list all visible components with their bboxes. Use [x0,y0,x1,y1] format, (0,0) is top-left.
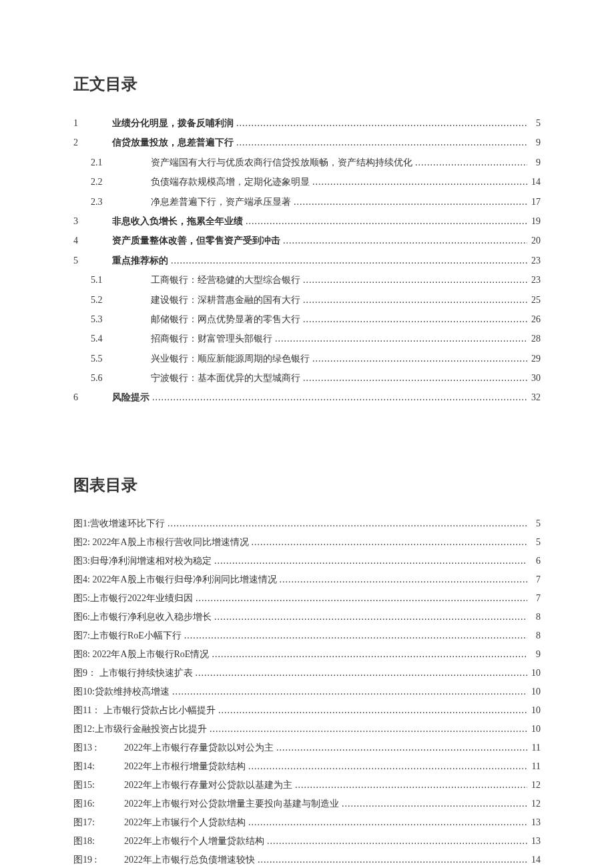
toc-page-number: 9 [527,133,541,152]
toc-entry: 5.3邮储银行：网点优势显著的零售大行.....................… [73,310,541,329]
toc-title: 招商银行：财富管理头部银行 [151,329,272,348]
figure-leader-dots: ........................................… [249,533,528,552]
figure-number: 图19 : [73,851,115,868]
figure-title: 图3:归母净利润增速相对校为稳定 [73,552,212,570]
figure-number: 图17: [73,813,115,832]
figure-number: 图16: [73,795,115,813]
toc-entry: 5重点推荐标的.................................… [73,251,541,270]
toc-entry: 6风险提示...................................… [73,388,541,407]
toc-title: 重点推荐标的 [112,251,168,270]
toc-title: 资产质量整体改善，但零售资产受到冲击 [112,231,280,250]
toc-number: 2.2 [73,172,112,191]
figure-entry: 图10:贷款维持校高增速............................… [73,683,541,701]
toc-leader-dots: ........................................… [291,192,527,211]
figure-entry: 图15:2022年上市银行存量对公贷款以基建为主................… [73,776,541,795]
figure-leader-dots: ........................................… [255,851,527,868]
figure-page-number: 5 [527,514,541,533]
figure-entry: 图4: 2022年A股上市银行归母净利润同比增速情况..............… [73,570,541,589]
figure-page-number: 10 [527,720,541,739]
toc-entry: 3非息收入负增长，拖累全年业绩.........................… [73,211,541,231]
toc-title: 净息差普遍下行，资产端承压显著 [151,192,291,211]
toc-page-number: 19 [527,211,541,231]
toc-entry: 5.4招商银行：财富管理头部银行........................… [73,329,541,348]
toc-leader-dots: ........................................… [300,310,527,329]
figure-entry: 图3:归母净利润增速相对校为稳定........................… [73,552,541,570]
toc-entry: 2.1资产端国有大行与优质农商行信贷投放顺畅，资产结构持续优化.........… [73,153,541,172]
toc-entry: 5.1工商银行：经营稳健的大型综合银行.....................… [73,270,541,290]
figure-entry: 图7:上市银行RoE小幅下行..........................… [73,626,541,645]
toc-number: 3 [73,211,112,231]
figure-title: 图4: 2022年A股上市银行归母净利润同比增速情况 [73,570,277,589]
toc-leader-dots: ........................................… [234,113,527,133]
figure-number: 图14: [73,757,115,776]
figure-page-number: 13 [527,813,541,832]
toc-number: 2.1 [73,153,112,172]
figure-title: 2022年上市根行增量贷款结构 [124,757,246,776]
toc-number: 5.4 [73,329,112,348]
toc-title: 业绩分化明显，拨备反哺利润 [112,113,234,133]
figure-title: 2022年上市银行对公贷款增量主要投向基建与制造业 [124,795,339,813]
figure-title: 2022年上市银行总负债增速较快 [124,851,255,868]
figure-title: 2022年上市银行个人增量贷款结构 [124,832,264,851]
toc-page-number: 26 [527,310,541,329]
figure-page-number: 11 [527,739,541,757]
figure-entry: 图9： 上市银行持续快速扩表..........................… [73,664,541,683]
toc-page-number: 9 [527,153,541,172]
toc-entry: 5.2建设银行：深耕普惠金融的国有大行.....................… [73,290,541,310]
figure-number: 图18: [73,832,115,851]
toc-entry: 2.2负债端存款规模高增，定期化迹象明显....................… [73,172,541,191]
figure-entry: 图5:上市银行2022年业绩归因........................… [73,589,541,608]
toc-leader-dots: ........................................… [310,349,527,368]
figure-leader-dots: ........................................… [339,795,527,813]
toc-page-number: 23 [527,270,541,290]
toc-page-number: 5 [527,113,541,133]
toc-entry: 5.6宁波银行：基本面优异的大型城商行.....................… [73,368,541,388]
figure-title: 图5:上市银行2022年业绩归因 [73,589,193,608]
toc-leader-dots: ........................................… [168,251,527,270]
figure-title: 图11： 上市银行贷款占比小幅提升 [73,701,216,720]
figure-number: 图13 : [73,739,115,757]
figure-leader-dots: ........................................… [292,776,527,795]
toc-number: 5 [73,251,112,270]
figure-page-number: 5 [527,533,541,552]
toc-title: 信贷放量投放，息差普遍下行 [112,133,234,152]
figure-leader-dots: ........................................… [274,739,527,757]
figure-entry: 图11： 上市银行贷款占比小幅提升.......................… [73,701,541,720]
toc-number: 5.6 [73,368,112,388]
toc-page-number: 14 [527,172,541,191]
figure-title: 图2: 2022年A股上市根行营收同比增速情况 [73,533,249,552]
toc-title: 邮储银行：网点优势显著的零售大行 [151,310,300,329]
figure-entry: 图1:营收增速环比下行.............................… [73,514,541,533]
figure-entry: 图13 :2022年上市银行存量贷款以对公为主.................… [73,739,541,757]
toc-title: 建设银行：深耕普惠金融的国有大行 [151,290,300,310]
toc-leader-dots: ........................................… [234,133,527,152]
figure-leader-dots: ........................................… [207,720,527,739]
toc-page-number: 17 [527,192,541,211]
figure-page-number: 8 [527,626,541,645]
figure-leader-dots: ........................................… [277,570,528,589]
toc-page-number: 23 [527,251,541,270]
toc-entry: 4资产质量整体改善，但零售资产受到冲击.....................… [73,231,541,250]
figure-entry: 图17:2022年上市辗行个人贷款结构.....................… [73,813,541,832]
contents-heading: 正文目录 [73,73,541,95]
toc-leader-dots: ........................................… [300,368,527,388]
toc-page-number: 30 [527,368,541,388]
toc-number: 1 [73,113,112,133]
figure-title: 2022年上市银行存量对公贷款以基建为主 [124,776,292,795]
toc-entry: 2.3净息差普遍下行，资产端承压显著......................… [73,192,541,211]
figure-page-number: 9 [527,645,541,664]
figure-page-number: 7 [527,589,541,608]
toc-leader-dots: ........................................… [149,388,527,407]
figure-page-number: 10 [527,664,541,683]
toc-number: 6 [73,388,112,407]
toc-page-number: 32 [527,388,541,407]
figure-page-number: 12 [527,795,541,813]
figure-entry: 图18:2022年上市银行个人增量贷款结构...................… [73,832,541,851]
toc-number: 2 [73,133,112,152]
figure-title: 2022年上市辗行个人贷款结构 [124,813,246,832]
figure-leader-dots: ........................................… [193,664,528,683]
figure-title: 图8: 2022年A股上市银行RoE情况 [73,645,209,664]
toc-entry: 5.5兴业银行：顺应新能源周期的绿色银行....................… [73,349,541,368]
toc-leader-dots: ........................................… [310,172,527,191]
figure-page-number: 6 [527,552,541,570]
